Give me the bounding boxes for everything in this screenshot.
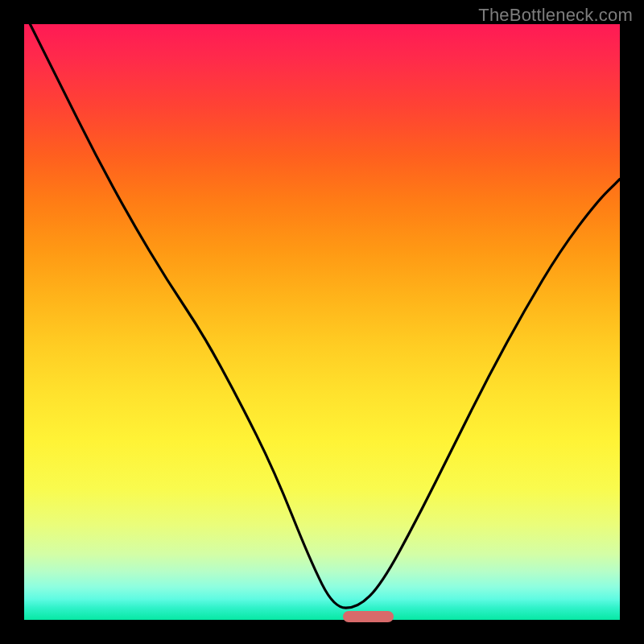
plot-area bbox=[24, 24, 620, 620]
chart-frame: TheBottleneck.com bbox=[0, 0, 644, 644]
bottleneck-curve bbox=[24, 24, 620, 620]
optimal-range-marker bbox=[343, 611, 394, 622]
curve-path bbox=[24, 24, 620, 608]
watermark-text: TheBottleneck.com bbox=[478, 5, 633, 26]
